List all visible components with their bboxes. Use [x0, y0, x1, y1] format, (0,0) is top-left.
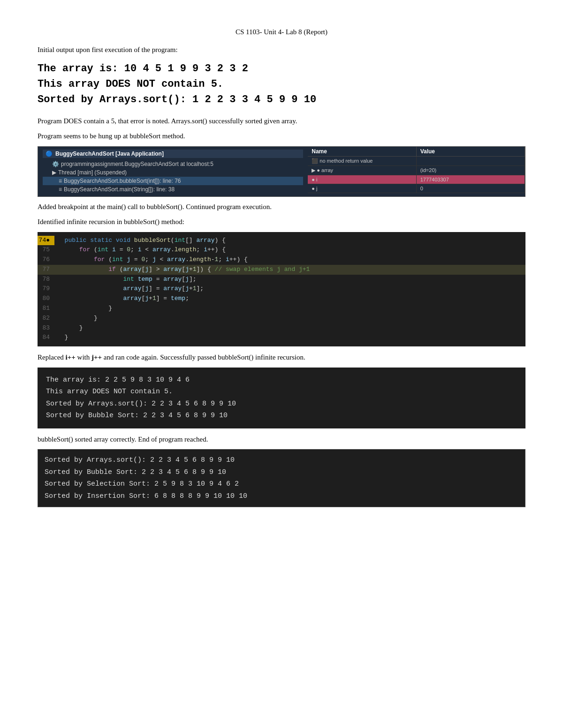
line-num-75: 75	[38, 245, 54, 255]
page-title: CS 1103- Unit 4- Lab 8 (Report)	[38, 28, 525, 36]
para5-bold1: i++	[66, 353, 76, 361]
third-output-line4: Sorted by Insertion Sort: 6 8 8 8 8 9 9 …	[45, 490, 518, 503]
line-num-74: 74●	[38, 236, 54, 246]
debug-item-2-icon: ▶	[52, 169, 56, 176]
second-output-line2: This array DOES NOT contain 5.	[46, 386, 517, 398]
debug-item-4-text: BuggySearchAndSort.main(String[]): line:…	[64, 186, 175, 193]
debug-item-1-text: programmingassignment.BuggySearchAndSort…	[61, 161, 213, 167]
line-content-75: for (int i = 0; i < array.length; i++) {	[54, 245, 226, 255]
debug-item-4-icon: ≡	[59, 186, 62, 193]
intro-label: Initial output upon first execution of t…	[38, 45, 525, 55]
debug-item-3: ≡ BuggySearchAndSort.bubbleSort(int[]): …	[43, 177, 303, 185]
code-line-77: 77 if (array[j] > array[j+1]) { // swap …	[38, 265, 525, 275]
second-output-line4: Sorted by Bubble Sort: 2 2 3 4 5 6 8 9 9…	[46, 410, 517, 422]
line-content-79: array[j] = array[j+1];	[54, 284, 204, 294]
code-line-83: 83 }	[38, 323, 525, 333]
line-num-84: 84	[38, 333, 54, 343]
code-line-82: 82 }	[38, 314, 525, 323]
line-content-80: array[j+1] = temp;	[54, 294, 189, 304]
debug-row-4-name: ● j	[308, 184, 416, 193]
debug-title: 🔵 BuggySearchAndSort [Java Application]	[43, 150, 303, 158]
debug-row-2-value: (id=20)	[417, 166, 525, 175]
second-output-block: The array is: 2 2 5 9 8 3 10 9 4 6 This …	[38, 368, 525, 428]
debug-row-3: ● i 1777403307	[308, 175, 525, 184]
line-content-84: }	[54, 333, 68, 343]
code-editor: 74● public static void bubbleSort(int[] …	[38, 232, 525, 347]
third-output-line3: Sorted by Selection Sort: 2 5 9 8 3 10 9…	[45, 478, 518, 490]
debug-header-value: Value	[417, 147, 525, 156]
line-content-74: public static void bubbleSort(int[] arra…	[54, 236, 226, 246]
line-num-83: 83	[38, 323, 54, 333]
line-content-78: int temp = array[j];	[54, 275, 197, 285]
debug-title-text: BuggySearchAndSort [Java Application]	[55, 150, 164, 157]
line-num-81: 81	[38, 304, 54, 314]
debug-left: 🔵 BuggySearchAndSort [Java Application] …	[38, 147, 308, 196]
line-num-79: 79	[38, 284, 54, 294]
debug-item-1: ⚙️ programmingassignment.BuggySearchAndS…	[43, 160, 303, 168]
para5-part3: and ran code again. Successfully passed …	[102, 353, 305, 361]
line-num-80: 80	[38, 294, 54, 304]
debug-header-name: Name	[308, 147, 416, 156]
code-line-76: 76 for (int j = 0; j < array.length-1; i…	[38, 255, 525, 265]
third-output-line1: Sorted by Arrays.sort(): 2 2 3 4 5 6 8 9…	[45, 454, 518, 466]
line-num-82: 82	[38, 314, 54, 323]
debug-item-3-text: BuggySearchAndSort.bubbleSort(int[]): li…	[64, 178, 181, 184]
code-line-81: 81 }	[38, 304, 525, 314]
code-line-79: 79 array[j] = array[j+1];	[38, 284, 525, 294]
first-output-line2: This array DOES NOT contain 5.	[38, 76, 525, 92]
debug-row-1-name: ⬛ no method return value	[308, 157, 416, 165]
code-line-74: 74● public static void bubbleSort(int[] …	[38, 236, 525, 246]
debug-item-3-icon: ≡	[59, 178, 62, 184]
line-content-76: for (int j = 0; j < array.length-1; i++)…	[54, 255, 248, 265]
code-line-80: 80 array[j+1] = temp;	[38, 294, 525, 304]
line-content-77: if (array[j] > array[j+1]) { // swap ele…	[54, 265, 310, 275]
debug-row-3-value: 1777403307	[417, 175, 525, 184]
debug-item-2: ▶ Thread [main] (Suspended)	[43, 168, 303, 177]
debug-row-4-value: 0	[417, 184, 525, 193]
para5-bold2: j++	[91, 353, 102, 361]
second-output-line3: Sorted by Arrays.sort(): 2 2 3 4 5 6 8 9…	[46, 398, 517, 410]
line-num-77: 77	[38, 265, 54, 275]
debug-panel: 🔵 BuggySearchAndSort [Java Application] …	[38, 146, 525, 197]
debug-header: Name Value	[308, 147, 525, 157]
debug-row-4: ● j 0	[308, 184, 525, 193]
debug-row-2-name: ▶ ● array	[308, 166, 416, 175]
debug-item-4: ≡ BuggySearchAndSort.main(String[]): lin…	[43, 185, 303, 194]
line-content-83: }	[54, 323, 83, 333]
para6: bubbleSort() sorted array correctly. End…	[38, 434, 525, 445]
line-num-78: 78	[38, 275, 54, 285]
line-content-82: }	[54, 314, 98, 323]
debug-row-2: ▶ ● array (id=20)	[308, 166, 525, 175]
line-num-76: 76	[38, 255, 54, 265]
code-line-78: 78 int temp = array[j];	[38, 275, 525, 285]
para5-part2: with	[76, 353, 91, 361]
para5-part1: Replaced	[38, 353, 66, 361]
first-output-line1: The array is: 10 4 5 1 9 9 3 2 3 2	[38, 61, 525, 76]
para3: Added breakpoint at the main() call to b…	[38, 202, 525, 212]
debug-row-3-name: ● i	[308, 175, 416, 184]
debug-title-icon: 🔵	[46, 150, 53, 157]
para2: Program seems to be hung up at bubbleSor…	[38, 131, 525, 142]
para5: Replaced i++ with j++ and ran code again…	[38, 352, 525, 363]
second-output-line1: The array is: 2 2 5 9 8 3 10 9 4 6	[46, 374, 517, 386]
code-line-84: 84 }	[38, 333, 525, 343]
first-output-block: The array is: 10 4 5 1 9 9 3 2 3 2 This …	[38, 61, 525, 107]
debug-right: Name Value ⬛ no method return value ▶ ● …	[308, 147, 525, 196]
first-output-line3: Sorted by Arrays.sort(): 1 2 2 3 3 4 5 9…	[38, 92, 525, 107]
para4: Identified infinite recursion in bubbleS…	[38, 217, 525, 227]
debug-item-1-icon: ⚙️	[52, 161, 59, 167]
debug-row-1-value	[417, 157, 525, 165]
code-line-75: 75 for (int i = 0; i < array.length; i++…	[38, 245, 525, 255]
line-content-81: }	[54, 304, 112, 314]
debug-row-1: ⬛ no method return value	[308, 157, 525, 166]
third-output-line2: Sorted by Bubble Sort: 2 2 3 4 5 6 8 9 9…	[45, 466, 518, 479]
para1: Program DOES contain a 5, that error is …	[38, 116, 525, 127]
debug-item-2-text: Thread [main] (Suspended)	[58, 169, 127, 176]
third-output-block: Sorted by Arrays.sort(): 2 2 3 4 5 6 8 9…	[38, 449, 525, 507]
